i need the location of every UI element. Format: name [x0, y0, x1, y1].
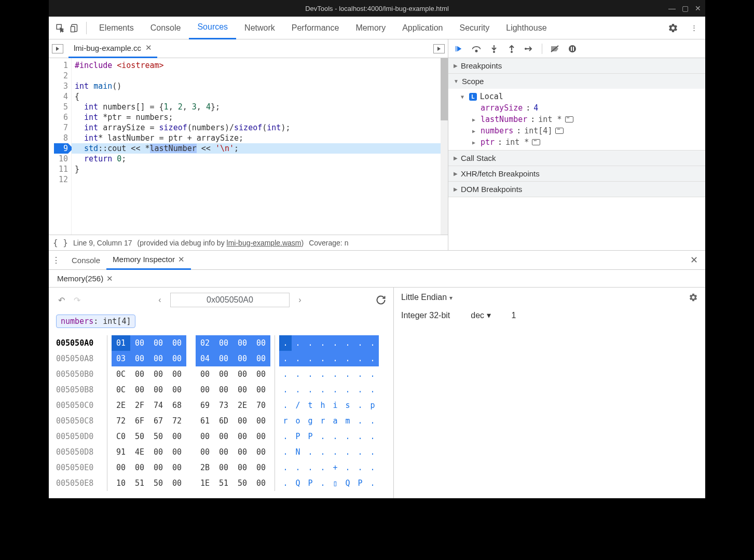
close-icon[interactable]: ✕	[695, 4, 701, 12]
navigator-toggle-icon[interactable]	[52, 44, 63, 53]
svg-rect-3	[456, 46, 457, 51]
cursor-position: Line 9, Column 17	[73, 239, 132, 247]
svg-rect-10	[571, 47, 572, 51]
refresh-icon[interactable]	[376, 295, 386, 305]
settings-icon[interactable]	[689, 293, 698, 302]
deactivate-breakpoints-icon[interactable]	[550, 44, 560, 54]
window-titlebar: DevTools - localhost:4000/lmi-bug-exampl…	[49, 0, 705, 17]
close-tab-icon[interactable]: ✕	[145, 43, 152, 52]
svg-point-4	[475, 50, 477, 51]
drawer-tab-console[interactable]: Console	[65, 250, 106, 270]
scope-variable[interactable]: ▶ptr: int *	[448, 136, 705, 148]
chevron-down-icon: ▾	[449, 294, 453, 302]
scope-section-header[interactable]: ▼ Scope	[448, 74, 705, 89]
source-editor[interactable]: 123456789101112 #include <iostream>int m…	[49, 58, 448, 235]
reveal-in-memory-icon[interactable]	[565, 116, 573, 122]
debugger-sidebar-toggle-icon[interactable]	[433, 44, 445, 53]
chevron-down-icon: ▾	[487, 311, 491, 320]
debug-info-link[interactable]: lmi-bug-example.wasm	[227, 239, 301, 247]
memory-nav: ↶ ↷ ‹ ›	[56, 293, 386, 307]
chevron-right-icon: ▶	[454, 186, 458, 192]
drawer-tab-memory-inspector[interactable]: Memory Inspector ✕	[106, 250, 191, 270]
chevron-right-icon: ▶	[454, 171, 458, 176]
panel-tab-network[interactable]: Network	[236, 17, 283, 39]
file-tab-label: lmi-bug-example.cc	[74, 44, 141, 52]
pretty-print-icon[interactable]: { }	[53, 238, 68, 248]
xhr-breakpoints-section-header[interactable]: ▶ XHR/fetch Breakpoints	[448, 166, 705, 181]
local-badge: L	[469, 93, 477, 101]
redo-icon[interactable]: ↷	[72, 295, 82, 305]
memory-tab[interactable]: Memory(256) ✕	[53, 270, 117, 288]
svg-rect-2	[71, 26, 75, 32]
svg-point-7	[525, 48, 527, 50]
step-out-icon[interactable]	[506, 44, 517, 54]
devtools-panel-tabs: ElementsConsoleSourcesNetworkPerformance…	[49, 17, 705, 39]
coverage-label: Coverage: n	[309, 239, 348, 247]
chevron-right-icon: ▶	[472, 140, 477, 145]
panel-tab-memory[interactable]: Memory	[347, 17, 394, 39]
hex-view[interactable]: 005050A00100000002000000........005050A8…	[56, 335, 386, 491]
step-over-icon[interactable]	[471, 44, 482, 54]
panel-tab-sources[interactable]: Sources	[189, 17, 236, 39]
scope-variable[interactable]: ▶numbers: int[4]	[448, 125, 705, 136]
svg-point-6	[511, 51, 513, 53]
svg-rect-11	[573, 47, 574, 51]
breakpoints-section-header[interactable]: ▶ Breakpoints	[448, 58, 705, 73]
endianness-select[interactable]: Little Endian ▾	[401, 293, 453, 302]
close-tab-icon[interactable]: ✕	[178, 255, 185, 264]
minimize-icon[interactable]: —	[668, 4, 676, 12]
panel-tab-elements[interactable]: Elements	[91, 17, 142, 39]
sources-file-tabs: lmi-bug-example.cc ✕	[49, 39, 448, 58]
step-icon[interactable]	[524, 44, 534, 54]
panel-tab-security[interactable]: Security	[451, 17, 498, 39]
prev-page-icon[interactable]: ‹	[155, 295, 165, 305]
scope-variable[interactable]: ▶lastNumber: int *	[448, 114, 705, 125]
more-menu-icon[interactable]: ⋮	[687, 21, 701, 35]
panel-tab-console[interactable]: Console	[142, 17, 189, 39]
reveal-in-memory-icon[interactable]	[555, 128, 564, 134]
scope-local[interactable]: ▼ L Local	[448, 91, 705, 102]
panel-tab-lighthouse[interactable]: Lighthouse	[498, 17, 555, 39]
undo-icon[interactable]: ↶	[56, 295, 66, 305]
memory-instance-tabs: Memory(256) ✕	[49, 270, 705, 288]
svg-point-9	[569, 45, 576, 52]
pause-on-exceptions-icon[interactable]	[567, 44, 578, 54]
device-toolbar-icon[interactable]	[67, 21, 82, 35]
inspect-element-icon[interactable]	[53, 21, 67, 35]
settings-icon[interactable]	[666, 21, 680, 35]
chevron-down-icon: ▼	[461, 94, 466, 100]
close-tab-icon[interactable]: ✕	[106, 274, 113, 283]
step-into-icon[interactable]	[489, 44, 499, 54]
drawer-close-icon[interactable]: ✕	[686, 254, 702, 266]
resume-icon[interactable]	[454, 44, 464, 54]
value-interpretation-row: Integer 32-bit dec ▾ 1	[401, 310, 698, 320]
editor-status-bar: { } Line 9, Column 17 (provided via debu…	[49, 235, 448, 250]
memory-highlight-chip[interactable]: numbers: int[4]	[56, 315, 135, 328]
drawer-more-icon[interactable]: ⋮	[52, 255, 60, 265]
panel-tab-application[interactable]: Application	[394, 17, 451, 39]
reveal-in-memory-icon[interactable]	[532, 139, 540, 145]
callstack-section-header[interactable]: ▶ Call Stack	[448, 151, 705, 166]
int-value: 1	[512, 311, 516, 320]
maximize-icon[interactable]: ▢	[682, 4, 689, 12]
window-title: DevTools - localhost:4000/lmi-bug-exampl…	[305, 5, 449, 12]
memory-address-input[interactable]	[170, 293, 290, 307]
debugger-toolbar	[448, 39, 705, 58]
chevron-right-icon: ▶	[454, 155, 458, 161]
scope-variable[interactable]: arraySize: 4	[448, 102, 705, 114]
chevron-right-icon: ▶	[472, 117, 477, 122]
chevron-right-icon: ▶	[472, 128, 477, 134]
svg-point-5	[493, 51, 495, 53]
chevron-right-icon: ▶	[454, 63, 458, 69]
int-format-select[interactable]: dec ▾	[471, 310, 490, 320]
int-type-label: Integer 32-bit	[401, 311, 450, 320]
next-page-icon[interactable]: ›	[295, 295, 305, 305]
dom-breakpoints-section-header[interactable]: ▶ DOM Breakpoints	[448, 182, 705, 197]
drawer-tabs: ⋮ ConsoleMemory Inspector ✕ ✕	[49, 250, 705, 270]
panel-tab-performance[interactable]: Performance	[283, 17, 348, 39]
chevron-down-icon: ▼	[454, 78, 459, 84]
file-tab[interactable]: lmi-bug-example.cc ✕	[68, 39, 157, 58]
scrollbar[interactable]	[441, 58, 448, 235]
